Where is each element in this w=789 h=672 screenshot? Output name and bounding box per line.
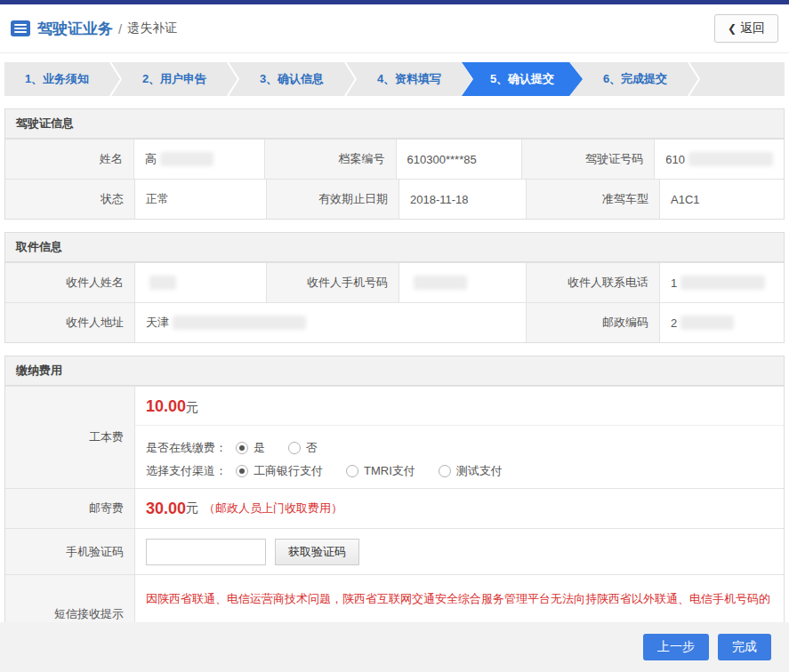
redacted-value — [160, 152, 213, 166]
file-number-value: 610300****85 — [396, 140, 522, 179]
step-2-user-declaration[interactable]: 2、用户申告 — [122, 62, 227, 96]
radio-channel-icbc[interactable]: 工商银行支付 — [236, 463, 323, 479]
recipient-phone-value: 1 — [659, 263, 784, 302]
redacted-value — [173, 316, 306, 330]
step-3-confirm-info[interactable]: 3、确认信息 — [239, 62, 344, 96]
radio-label: 否 — [306, 440, 318, 456]
license-number-value: 610 — [654, 140, 784, 179]
radio-icon[interactable] — [236, 442, 248, 454]
sms-code-content: 获取验证码 — [134, 529, 784, 574]
license-info-title: 驾驶证信息 — [5, 109, 784, 139]
name-label: 姓名 — [5, 140, 133, 179]
table-row: 姓名 高 档案编号 610300****85 驾驶证号码 610 — [5, 139, 784, 179]
step-bar-filler — [700, 62, 785, 96]
redacted-value — [680, 316, 734, 330]
fees-title: 缴纳费用 — [5, 356, 784, 386]
table-row: 收件人地址 天津 邮政编码 2 — [5, 302, 784, 342]
postcode-label: 邮政编码 — [526, 303, 659, 342]
radio-icon[interactable] — [439, 465, 451, 477]
recipient-mobile-label: 收件人手机号码 — [266, 263, 399, 302]
finish-button[interactable]: 完成 — [718, 634, 771, 660]
mail-fee-label: 邮寄费 — [5, 489, 134, 528]
sms-code-label: 手机验证码 — [5, 529, 134, 574]
step-1-business-notes[interactable]: 1、业务须知 — [4, 62, 109, 96]
production-fee-label: 工本费 — [5, 387, 134, 488]
step-separator-icon — [344, 62, 357, 96]
expiry-value: 2018-11-18 — [399, 180, 526, 219]
pickup-info-section: 取件信息 收件人姓名 收件人手机号码 收件人联系电话 1 收件人地址 天津 邮政… — [4, 232, 785, 343]
pickup-info-title: 取件信息 — [5, 233, 784, 262]
redacted-value — [149, 276, 176, 290]
radio-online-no[interactable]: 否 — [288, 440, 318, 456]
breadcrumb-separator: / — [118, 21, 122, 36]
production-fee-amount-line: 10.00元 — [135, 387, 784, 426]
radio-icon[interactable] — [288, 442, 301, 454]
payment-channel-line: 选择支付渠道： 工商银行支付 TMRI支付 测试支付 — [146, 463, 773, 479]
action-bar: 上一步 完成 — [0, 622, 789, 672]
chevron-left-icon: ❮ — [728, 22, 737, 35]
redacted-value — [680, 276, 765, 290]
postcode-value: 2 — [659, 303, 784, 342]
payment-options: 是否在线缴费： 是 否 选择支付渠道： 工商银行支付 — [135, 426, 784, 488]
step-separator-icon — [688, 62, 700, 96]
page-header: 驾驶证业务 / 遗失补证 ❮ 返回 — [0, 4, 789, 53]
redacted-value — [688, 152, 773, 166]
step-5-confirm-submit-active[interactable]: 5、确认提交 — [462, 62, 583, 96]
radio-channel-tmri[interactable]: TMRI支付 — [346, 463, 415, 479]
previous-step-button[interactable]: 上一步 — [643, 634, 709, 660]
recipient-name-value — [134, 263, 266, 302]
get-code-button[interactable]: 获取验证码 — [275, 539, 359, 565]
redacted-value — [414, 276, 467, 290]
vehicle-type-label: 准驾车型 — [526, 180, 659, 219]
mail-fee-amount: 30.00 — [146, 500, 186, 518]
status-value: 正常 — [134, 180, 266, 219]
radio-icon[interactable] — [236, 465, 248, 477]
sms-code-row: 手机验证码 获取验证码 — [5, 528, 784, 574]
list-icon — [11, 20, 30, 36]
license-number-label: 驾驶证号码 — [521, 140, 654, 179]
recipient-address-label: 收件人地址 — [5, 303, 134, 342]
license-info-section: 驾驶证信息 姓名 高 档案编号 610300****85 驾驶证号码 610 状… — [4, 108, 785, 220]
step-6-complete-submit[interactable]: 6、完成提交 — [583, 62, 688, 96]
step-separator-icon — [227, 62, 239, 96]
back-button-label: 返回 — [740, 20, 765, 36]
radio-online-yes[interactable]: 是 — [236, 440, 265, 456]
production-fee-unit: 元 — [186, 400, 198, 414]
mail-fee-value: 30.00元 （邮政人员上门收取费用） — [134, 489, 784, 528]
step-wizard: 1、业务须知 2、用户申告 3、确认信息 4、资料填写 5、确认提交 6、完成提… — [4, 62, 785, 96]
recipient-mobile-value — [399, 263, 526, 302]
radio-icon[interactable] — [346, 465, 358, 477]
sms-code-input[interactable] — [146, 539, 266, 565]
recipient-name-label: 收件人姓名 — [5, 263, 134, 302]
mail-fee-unit: 元 — [186, 500, 198, 516]
table-row: 收件人姓名 收件人手机号码 收件人联系电话 1 — [5, 262, 784, 302]
page-title: 驾驶证业务 — [37, 19, 113, 39]
radio-label: 工商银行支付 — [254, 463, 323, 479]
mail-fee-row: 邮寄费 30.00元 （邮政人员上门收取费用） — [5, 488, 784, 528]
breadcrumb-current: 遗失补证 — [127, 20, 177, 36]
name-value: 高 — [133, 140, 264, 179]
mail-fee-note: （邮政人员上门收取费用） — [204, 500, 342, 516]
step-4-fill-materials[interactable]: 4、资料填写 — [357, 62, 462, 96]
radio-label: 测试支付 — [456, 463, 503, 479]
step-separator-icon — [109, 62, 122, 96]
production-fee-content: 10.00元 是否在线缴费： 是 否 选择支付渠道： — [134, 387, 784, 488]
radio-label: 是 — [254, 440, 265, 456]
production-fee-row: 工本费 10.00元 是否在线缴费： 是 否 选择 — [5, 386, 784, 488]
fees-section: 缴纳费用 工本费 10.00元 是否在线缴费： 是 否 — [4, 356, 785, 654]
status-label: 状态 — [5, 180, 134, 219]
recipient-phone-label: 收件人联系电话 — [526, 263, 659, 302]
production-fee-amount: 10.00 — [146, 397, 186, 415]
online-payment-question-line: 是否在线缴费： 是 否 — [146, 440, 773, 456]
table-row: 状态 正常 有效期止日期 2018-11-18 准驾车型 A1C1 — [5, 179, 784, 219]
back-button[interactable]: ❮ 返回 — [714, 14, 778, 43]
radio-label: TMRI支付 — [364, 463, 415, 479]
expiry-label: 有效期止日期 — [266, 180, 399, 219]
radio-channel-test[interactable]: 测试支付 — [439, 463, 503, 479]
vehicle-type-value: A1C1 — [659, 180, 784, 219]
online-payment-question: 是否在线缴费： — [146, 440, 227, 456]
recipient-address-value: 天津 — [134, 303, 526, 342]
file-number-label: 档案编号 — [264, 140, 396, 179]
payment-channel-question: 选择支付渠道： — [146, 463, 227, 479]
